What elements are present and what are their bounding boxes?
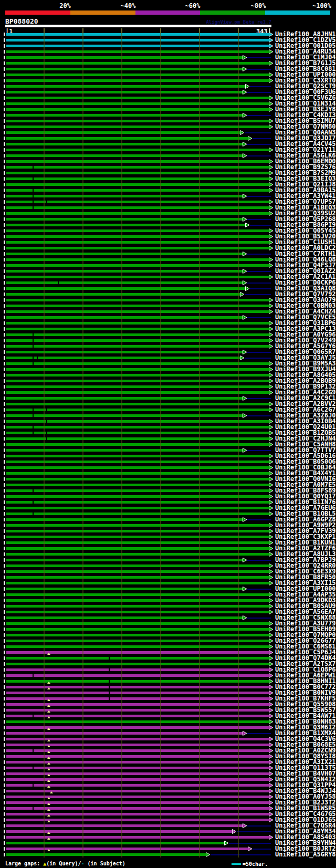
alignment-bar[interactable]: [6, 189, 269, 192]
alignment-bar[interactable]: [6, 732, 243, 735]
alignment-bar[interactable]: [6, 195, 243, 197]
alignment-bar[interactable]: [6, 796, 269, 798]
alignment-bar[interactable]: [6, 160, 269, 163]
alignment-bar[interactable]: [6, 853, 206, 856]
alignment-bar[interactable]: [6, 651, 269, 654]
alignment-bar[interactable]: [6, 143, 243, 145]
alignment-bar[interactable]: [6, 819, 269, 821]
alignment-bar[interactable]: [6, 368, 269, 371]
alignment-bar[interactable]: [6, 830, 232, 833]
alignment-bar[interactable]: [6, 91, 243, 93]
alignment-bar[interactable]: [6, 97, 269, 99]
alignment-bar[interactable]: [6, 62, 269, 65]
alignment-bar[interactable]: [6, 790, 269, 792]
alignment-bar[interactable]: [6, 484, 269, 486]
alignment-bar[interactable]: [6, 501, 269, 504]
alignment-bar[interactable]: [6, 576, 269, 579]
alignment-bar[interactable]: [6, 628, 269, 631]
alignment-bar[interactable]: [6, 824, 243, 827]
alignment-bar[interactable]: [6, 801, 269, 804]
alignment-bar[interactable]: [6, 582, 269, 584]
alignment-bar[interactable]: [6, 68, 243, 70]
alignment-bar[interactable]: [6, 599, 269, 602]
alignment-bar[interactable]: [6, 674, 269, 677]
alignment-bar[interactable]: [6, 697, 269, 700]
alignment-bar[interactable]: [6, 495, 269, 498]
alignment-bar[interactable]: [6, 74, 269, 76]
alignment-bar[interactable]: [6, 281, 243, 284]
alignment-bar[interactable]: [6, 634, 269, 636]
alignment-bar[interactable]: [6, 177, 269, 180]
alignment-bar[interactable]: [6, 374, 269, 377]
alignment-bar[interactable]: [6, 253, 243, 255]
alignment-bar[interactable]: [6, 530, 269, 532]
alignment-bar[interactable]: [6, 663, 269, 665]
alignment-bar[interactable]: [6, 432, 269, 434]
alignment-bar[interactable]: [6, 784, 269, 787]
alignment-bar[interactable]: [6, 761, 269, 764]
alignment-bar[interactable]: [6, 391, 269, 394]
alignment-bar[interactable]: [6, 559, 243, 561]
alignment-bar[interactable]: [6, 547, 269, 550]
alignment-bar[interactable]: [6, 703, 269, 706]
alignment-bar[interactable]: [6, 79, 269, 82]
alignment-bar[interactable]: [6, 299, 269, 301]
alignment-bar[interactable]: [6, 357, 240, 359]
alignment-bar[interactable]: [6, 466, 269, 469]
alignment-bar[interactable]: [6, 616, 243, 619]
alignment-bar[interactable]: [6, 362, 269, 365]
alignment-bar[interactable]: [6, 126, 269, 128]
alignment-bar[interactable]: [6, 183, 269, 186]
alignment-bar[interactable]: [6, 305, 269, 307]
alignment-bar[interactable]: [6, 270, 243, 273]
alignment-bar[interactable]: [6, 640, 269, 642]
alignment-bar[interactable]: [6, 102, 269, 105]
alignment-bar[interactable]: [6, 114, 243, 117]
alignment-bar[interactable]: [6, 316, 243, 319]
alignment-bar[interactable]: [6, 351, 243, 353]
alignment-bar[interactable]: [6, 426, 269, 428]
alignment-bar[interactable]: [6, 224, 245, 226]
alignment-bar[interactable]: [6, 218, 243, 221]
alignment-bar[interactable]: [6, 235, 269, 238]
alignment-bar[interactable]: [6, 553, 269, 556]
alignment-bar[interactable]: [6, 507, 269, 509]
alignment-bar[interactable]: [6, 310, 269, 313]
alignment-bar[interactable]: [6, 206, 269, 209]
alignment-bar[interactable]: [6, 137, 248, 140]
alignment-bar[interactable]: [6, 645, 269, 648]
alignment-bar[interactable]: [6, 605, 269, 608]
alignment-bar[interactable]: [6, 807, 269, 810]
alignment-bar[interactable]: [6, 149, 269, 151]
alignment-bar[interactable]: [6, 767, 269, 769]
alignment-bar[interactable]: [6, 287, 245, 290]
alignment-bar[interactable]: [6, 409, 269, 411]
alignment-bar[interactable]: [6, 120, 269, 122]
alignment-bar[interactable]: [6, 247, 269, 249]
alignment-bar[interactable]: [6, 686, 269, 688]
alignment-bar[interactable]: [6, 85, 245, 88]
alignment-label[interactable]: UniRef100_A5GRY8: [275, 852, 336, 857]
alignment-bar[interactable]: [6, 842, 224, 844]
alignment-bar[interactable]: [6, 715, 269, 717]
alignment-bar[interactable]: [6, 172, 269, 174]
alignment-bar[interactable]: [6, 201, 269, 203]
alignment-bar[interactable]: [6, 513, 269, 515]
alignment-bar[interactable]: [6, 403, 269, 405]
alignment-bar[interactable]: [6, 328, 269, 330]
alignment-bar[interactable]: [6, 420, 269, 423]
alignment-bar[interactable]: [6, 131, 240, 134]
alignment-bar[interactable]: [6, 45, 269, 47]
alignment-bar[interactable]: [6, 39, 269, 41]
alignment-bar[interactable]: [6, 489, 269, 492]
alignment-bar[interactable]: [6, 570, 269, 573]
alignment-bar[interactable]: [6, 339, 269, 342]
alignment-bar[interactable]: [6, 668, 269, 671]
alignment-bar[interactable]: [6, 478, 269, 480]
alignment-bar[interactable]: [6, 258, 269, 261]
alignment-bar[interactable]: [6, 593, 269, 596]
alignment-bar[interactable]: [6, 443, 269, 446]
alignment-bar[interactable]: [6, 264, 269, 267]
alignment-bar[interactable]: [6, 276, 269, 278]
alignment-bar[interactable]: [6, 397, 243, 400]
